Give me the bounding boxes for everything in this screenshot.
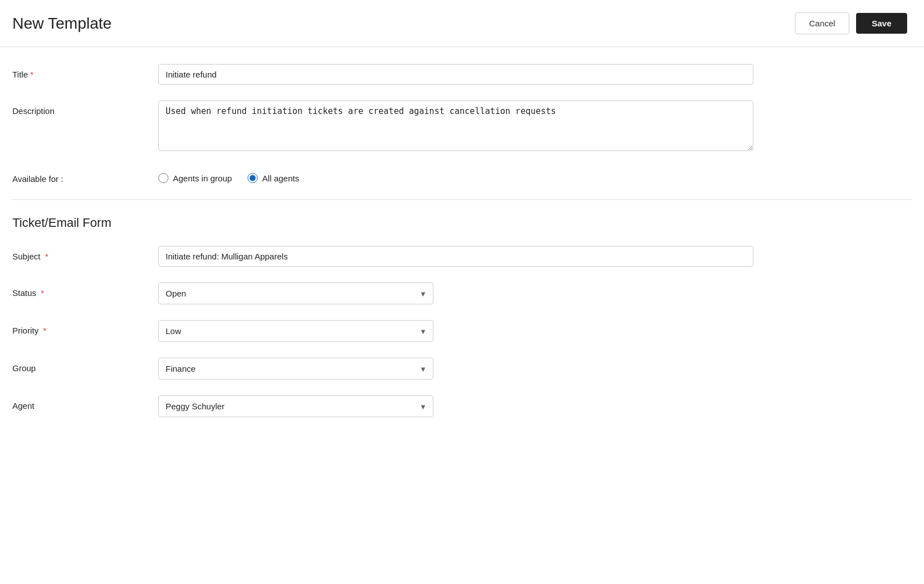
title-control-wrap (158, 64, 912, 85)
status-select[interactable]: Open Pending Resolved Closed (158, 282, 433, 304)
radio-agents-in-group[interactable]: Agents in group (158, 173, 232, 183)
title-input[interactable] (158, 64, 753, 85)
radio-all-agents[interactable]: All agents (248, 173, 299, 183)
priority-select-wrap: Low Medium High Urgent ▼ (158, 320, 433, 342)
save-button[interactable]: Save (856, 13, 907, 34)
form-body: Title* Description Available for : Agent… (0, 47, 924, 450)
agent-select-wrap: Peggy Schuyler Unassigned ▼ (158, 395, 433, 417)
subject-required-star: * (43, 252, 48, 261)
available-for-row: Available for : Agents in group All agen… (12, 168, 912, 184)
description-input[interactable] (158, 101, 753, 151)
description-control-wrap (158, 101, 912, 153)
agent-label: Agent (12, 395, 158, 410)
subject-control-wrap (158, 246, 912, 267)
radio-agents-in-group-label: Agents in group (173, 174, 232, 183)
title-required-star: * (30, 70, 34, 79)
title-row: Title* (12, 64, 912, 85)
priority-label: Priority * (12, 320, 158, 335)
group-select[interactable]: Finance Support Sales Engineering (158, 358, 433, 380)
radio-all-agents-label: All agents (262, 174, 299, 183)
page-header: New Template Cancel Save (0, 0, 924, 47)
status-row: Status * Open Pending Resolved Closed ▼ (12, 282, 912, 304)
header-buttons: Cancel Save (795, 12, 907, 34)
priority-required-star: * (41, 326, 47, 335)
cancel-button[interactable]: Cancel (795, 12, 849, 34)
status-control-wrap: Open Pending Resolved Closed ▼ (158, 282, 912, 304)
subject-input[interactable] (158, 246, 753, 267)
group-select-wrap: Finance Support Sales Engineering ▼ (158, 358, 433, 380)
agent-select[interactable]: Peggy Schuyler Unassigned (158, 395, 433, 417)
agent-row: Agent Peggy Schuyler Unassigned ▼ (12, 395, 912, 417)
ticket-form-section-title: Ticket/Email Form (12, 216, 912, 230)
description-label: Description (12, 101, 158, 116)
priority-control-wrap: Low Medium High Urgent ▼ (158, 320, 912, 342)
section-divider (12, 199, 912, 200)
radio-group: Agents in group All agents (158, 168, 912, 183)
agent-control-wrap: Peggy Schuyler Unassigned ▼ (158, 395, 912, 417)
group-label: Group (12, 358, 158, 373)
radio-all-agents-input[interactable] (248, 173, 258, 183)
priority-row: Priority * Low Medium High Urgent ▼ (12, 320, 912, 342)
available-for-control-wrap: Agents in group All agents (158, 168, 912, 183)
status-label: Status * (12, 282, 158, 298)
subject-label: Subject * (12, 246, 158, 261)
description-row: Description (12, 101, 912, 153)
group-row: Group Finance Support Sales Engineering … (12, 358, 912, 380)
priority-select[interactable]: Low Medium High Urgent (158, 320, 433, 342)
available-for-label: Available for : (12, 168, 158, 184)
subject-row: Subject * (12, 246, 912, 267)
status-required-star: * (39, 288, 44, 298)
page-title: New Template (12, 15, 112, 33)
title-label: Title* (12, 64, 158, 79)
radio-agents-in-group-input[interactable] (158, 173, 168, 183)
status-select-wrap: Open Pending Resolved Closed ▼ (158, 282, 433, 304)
group-control-wrap: Finance Support Sales Engineering ▼ (158, 358, 912, 380)
